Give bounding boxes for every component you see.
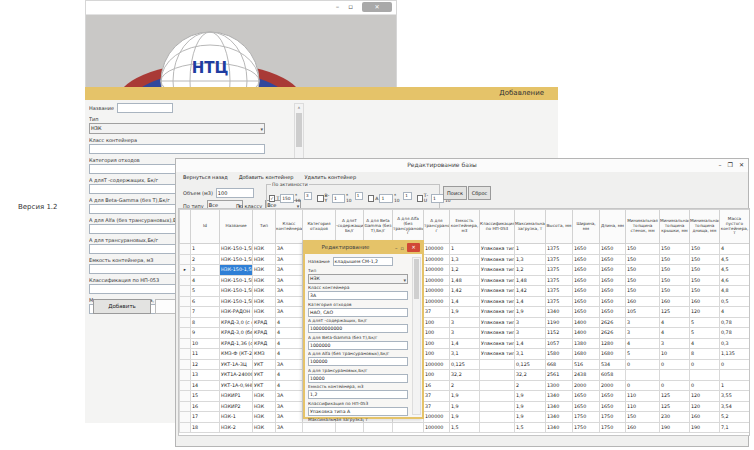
table-cell[interactable]: 125 — [660, 391, 690, 402]
row-selector[interactable] — [180, 349, 191, 360]
table-cell[interactable]: 4 — [626, 338, 660, 349]
table-cell[interactable]: НЗК — [253, 391, 276, 402]
table-row[interactable]: 7НЗК-РАДОН КЗ..НЗК3А371,9Упаковка типа А… — [180, 307, 750, 318]
table-cell[interactable]: 11 — [191, 349, 220, 360]
table-cell[interactable]: 0,78 — [720, 317, 750, 328]
table-cell[interactable]: 1,135 — [720, 349, 750, 360]
table-cell[interactable]: 3А — [276, 401, 303, 412]
table-cell[interactable]: 100000 — [424, 422, 450, 433]
table-cell[interactable]: 0 — [626, 359, 660, 370]
table-cell[interactable]: 1340 — [546, 401, 573, 412]
table-cell[interactable]: НЗК-1 — [220, 412, 253, 423]
column-header-9[interactable]: А для трансурановых,Бк/г — [424, 210, 450, 244]
table-cell[interactable]: 1340 — [546, 412, 573, 423]
table-cell[interactable]: Упаковка типа .. — [480, 328, 515, 339]
row-selector[interactable] — [180, 359, 191, 370]
table-cell[interactable]: 150 — [690, 275, 720, 286]
table-cell[interactable]: 1,4 — [450, 296, 480, 307]
dialog-form-input[interactable]: 1,2 — [308, 390, 408, 399]
table-cell[interactable]: 1 — [450, 244, 480, 255]
table-cell[interactable]: 0 — [660, 359, 690, 370]
table-row[interactable]: ▸3НЗК-150-1,5П-А..НЗК3А1000001,2Упаковка… — [180, 265, 750, 276]
table-cell[interactable]: 1 — [191, 244, 220, 255]
table-cell[interactable]: 1650 — [600, 286, 626, 297]
table-cell[interactable]: 1,48 — [515, 275, 546, 286]
table-cell[interactable]: 125 — [660, 401, 690, 412]
table-row[interactable]: 17НЗК-1НЗК3А1000001,91,91340175017501502… — [180, 412, 750, 423]
table-cell[interactable]: 4,5 — [720, 254, 750, 265]
table-cell[interactable]: 100000 — [424, 265, 450, 276]
table-row[interactable]: 16НЗКИР2НЗК3А371,91,91340165016501101251… — [180, 401, 750, 412]
table-cell[interactable]: 3 — [191, 265, 220, 276]
table-cell[interactable]: НЗК-150-1,5П-А.. — [220, 275, 253, 286]
table-cell[interactable]: 16 — [191, 401, 220, 412]
table-cell[interactable]: 100000 — [424, 296, 450, 307]
table-cell[interactable]: НЗК-150-1,5П-А.. — [220, 254, 253, 265]
table-cell[interactable]: НЗК — [253, 422, 276, 433]
toolbar-item-0[interactable]: Вернуться назад — [183, 174, 228, 180]
table-cell[interactable]: 3 — [626, 328, 660, 339]
table-cell[interactable]: 3,55 — [720, 391, 750, 402]
table-cell[interactable]: 5 — [690, 317, 720, 328]
table-cell[interactable]: 1375 — [546, 265, 573, 276]
table-cell[interactable]: КРАД — [253, 317, 276, 328]
close-icon[interactable]: ✕ — [407, 243, 420, 252]
table-cell[interactable] — [480, 380, 515, 391]
table-cell[interactable]: 150 — [690, 265, 720, 276]
table-cell[interactable]: 2 — [515, 380, 546, 391]
table-cell[interactable] — [480, 412, 515, 423]
table-cell[interactable]: 3,1 — [515, 349, 546, 360]
table-cell[interactable]: Упаковка типа А — [480, 254, 515, 265]
table-cell[interactable]: 3 — [450, 317, 480, 328]
table-cell[interactable]: 0 — [690, 359, 720, 370]
table-cell[interactable]: 4 — [690, 338, 720, 349]
table-cell[interactable]: Упаковка типа А — [480, 349, 515, 360]
dialog-form-input[interactable]: 100000 — [308, 357, 408, 366]
table-cell[interactable]: 6058 — [600, 370, 626, 381]
table-cell[interactable] — [480, 391, 515, 402]
table-cell[interactable]: 150 — [690, 286, 720, 297]
table-cell[interactable]: 160 — [690, 296, 720, 307]
table-cell[interactable]: 37 — [424, 401, 450, 412]
table-cell[interactable]: 1750 — [573, 422, 600, 433]
table-cell[interactable]: 4,6 — [720, 275, 750, 286]
table-row[interactable]: 5НЗК-150-1,5П-А..НЗК3А1000001,42Упаковка… — [180, 286, 750, 297]
table-cell[interactable]: 1057 — [546, 338, 573, 349]
table-cell[interactable]: 1650 — [600, 401, 626, 412]
table-cell[interactable]: Упаковка типа А — [480, 286, 515, 297]
table-cell[interactable]: 160 — [660, 296, 690, 307]
table-cell[interactable]: 1650 — [573, 296, 600, 307]
row-selector[interactable] — [180, 307, 191, 318]
table-cell[interactable]: 32,2 — [515, 370, 546, 381]
table-cell[interactable]: 110 — [626, 401, 660, 412]
table-cell[interactable]: КРАД-1,36 (с от.. — [220, 338, 253, 349]
table-cell[interactable]: НЗК-РАДОН КЗ.. — [220, 307, 253, 318]
table-cell[interactable]: 5 — [191, 286, 220, 297]
table-cell[interactable]: 3А — [276, 244, 303, 255]
column-header-13[interactable]: Высота, мм — [546, 210, 573, 244]
minimize-icon[interactable]: – — [719, 161, 722, 168]
table-cell[interactable]: 1,2 — [450, 265, 480, 276]
table-cell[interactable]: 3А — [276, 275, 303, 286]
table-cell[interactable]: 100 — [424, 338, 450, 349]
add-form-select[interactable]: НЗК▾ — [89, 123, 265, 134]
table-cell[interactable]: НЗК — [253, 412, 276, 423]
table-cell[interactable]: 100000 — [424, 286, 450, 297]
table-cell[interactable]: 110 — [626, 391, 660, 402]
table-cell[interactable]: НЗКИР2 — [220, 401, 253, 412]
table-cell[interactable]: 150 — [626, 265, 660, 276]
table-cell[interactable]: НЗК-150-1,5П-А.. — [220, 286, 253, 297]
table-row[interactable]: 11КМЗ-Ф (КТ-2-00..КМЗ41003,1Упаковка тип… — [180, 349, 750, 360]
table-cell[interactable]: НЗК-150-1,5П(В).. — [220, 296, 253, 307]
table-cell[interactable]: 1,5 — [515, 422, 546, 433]
table-cell[interactable]: 1190 — [546, 317, 573, 328]
activity-value-input[interactable]: 1 — [379, 194, 393, 203]
table-cell[interactable]: 668 — [546, 359, 573, 370]
close-icon[interactable]: ✕ — [739, 161, 744, 168]
table-cell[interactable]: НЗК — [253, 296, 276, 307]
table-cell[interactable]: 150 — [626, 244, 660, 255]
table-cell[interactable]: 3 — [450, 328, 480, 339]
table-cell[interactable]: КМЗ-Ф (КТ-2-00.. — [220, 349, 253, 360]
table-cell[interactable]: 1,9 — [515, 391, 546, 402]
table-cell[interactable]: 12 — [191, 359, 220, 370]
